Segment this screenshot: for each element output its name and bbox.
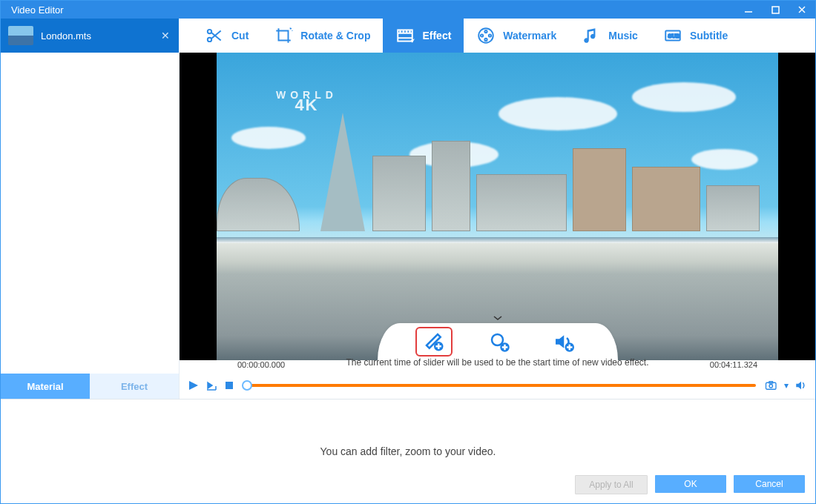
title-bar[interactable]: Video Editor: [1, 1, 815, 19]
app-title: Video Editor: [11, 4, 735, 16]
svg-rect-37: [226, 382, 233, 389]
app-window: Video Editor London.mts ✕ Cut Rotate & C…: [0, 0, 816, 504]
bottom-panel: You can add filter, zoom to your video. …: [1, 399, 815, 503]
video-preview[interactable]: WORLD 4K: [180, 53, 815, 360]
time-end: 00:04:11.324: [710, 360, 757, 369]
add-audio-effect-button[interactable]: [546, 328, 580, 355]
svg-line-6: [211, 33, 221, 41]
chevron-down-icon[interactable]: [493, 314, 503, 322]
file-name: London.mts: [41, 30, 161, 42]
crop-rotate-icon: [274, 26, 293, 45]
left-tabs: Material Effect: [1, 374, 179, 399]
stop-button[interactable]: [223, 379, 236, 392]
subtitle-icon: SUB: [663, 26, 682, 45]
maximize-button[interactable]: [762, 1, 789, 19]
file-thumbnail: [8, 26, 33, 45]
tab-label: Watermark: [503, 30, 556, 42]
snapshot-button[interactable]: [765, 379, 778, 392]
apply-to-all-button[interactable]: Apply to All: [575, 475, 648, 494]
svg-marker-33: [189, 381, 198, 390]
close-file-icon[interactable]: ✕: [161, 30, 171, 42]
step-button[interactable]: [205, 379, 218, 392]
close-window-button[interactable]: [789, 1, 815, 19]
dialog-buttons: Apply to All OK Cancel: [575, 475, 805, 494]
svg-point-14: [409, 31, 410, 32]
tab-effect[interactable]: Effect: [383, 19, 464, 53]
tab-label: Effect: [422, 30, 451, 42]
center-panel: WORLD 4K The current time of slider will…: [180, 53, 815, 399]
tab-rotate-crop[interactable]: Rotate & Crop: [261, 19, 383, 53]
left-tab-material[interactable]: Material: [1, 374, 90, 399]
svg-point-12: [404, 31, 404, 32]
film-reel-icon: [476, 26, 496, 45]
tab-label: Subtitle: [690, 30, 728, 42]
clips-area: [1, 53, 179, 374]
svg-line-7: [211, 31, 221, 39]
play-button[interactable]: [187, 379, 200, 392]
svg-point-11: [400, 31, 401, 32]
ok-button[interactable]: OK: [655, 475, 726, 493]
svg-point-19: [489, 34, 491, 36]
bottom-info-text: You can add filter, zoom to your video.: [320, 445, 496, 457]
effect-popup: [378, 323, 618, 360]
svg-point-39: [769, 385, 773, 388]
svg-marker-34: [208, 382, 212, 388]
timeline-slider[interactable]: [245, 384, 756, 387]
top-row: London.mts ✕ Cut Rotate & Crop Effect Wa…: [1, 19, 815, 53]
scissors-icon: [205, 26, 224, 45]
minimize-button[interactable]: [735, 1, 762, 19]
tab-label: Cut: [231, 30, 249, 42]
tab-music[interactable]: Music: [569, 19, 651, 53]
tab-subtitle[interactable]: SUB Subtitle: [651, 19, 740, 53]
playback-bar: ▾: [180, 374, 815, 399]
left-tab-effect[interactable]: Effect: [90, 374, 179, 399]
svg-point-25: [492, 334, 503, 345]
tab-watermark[interactable]: Watermark: [464, 19, 569, 53]
time-start: 00:00:00.000: [237, 360, 285, 369]
svg-point-13: [407, 31, 407, 32]
snapshot-dropdown-icon[interactable]: ▾: [784, 380, 789, 391]
svg-point-18: [481, 34, 483, 36]
preview-watermark: WORLD 4K: [276, 90, 338, 110]
cancel-button[interactable]: Cancel: [734, 475, 805, 493]
music-note-icon: [582, 26, 601, 45]
tab-label: Music: [608, 30, 638, 42]
slider-knob[interactable]: [242, 380, 252, 391]
add-zoom-effect-button[interactable]: [482, 328, 516, 355]
tool-tabs: Cut Rotate & Crop Effect Watermark Music…: [179, 19, 815, 53]
svg-point-17: [485, 39, 487, 41]
tab-cut[interactable]: Cut: [192, 19, 261, 53]
left-panel: Material Effect: [1, 53, 180, 399]
svg-point-16: [485, 30, 487, 33]
svg-text:SUB: SUB: [668, 33, 680, 39]
add-video-effect-button[interactable]: [415, 327, 453, 357]
file-tab[interactable]: London.mts ✕: [1, 19, 179, 53]
main-body: Material Effect: [1, 53, 815, 399]
svg-rect-1: [772, 7, 779, 13]
volume-button[interactable]: [794, 379, 808, 392]
tab-label: Rotate & Crop: [300, 30, 370, 42]
filmstrip-icon: [395, 26, 415, 45]
file-tabs: London.mts ✕: [1, 19, 179, 53]
